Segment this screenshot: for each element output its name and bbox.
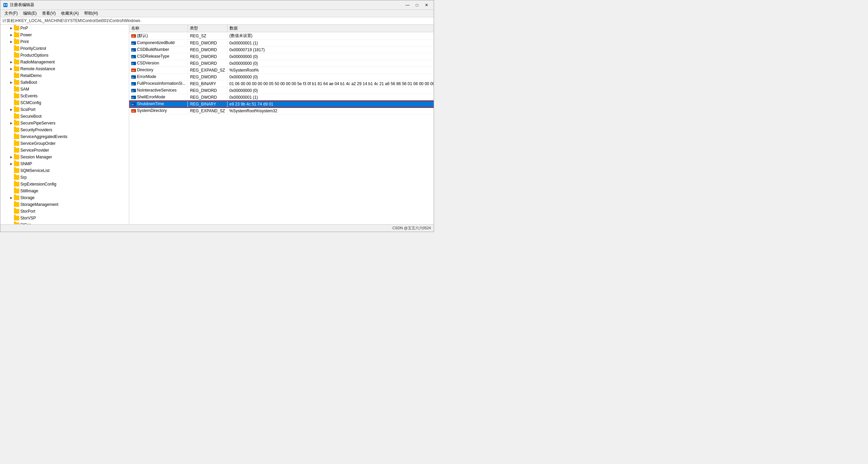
- folder-icon: [14, 114, 19, 119]
- reg-data-cell: 0x00000001 (1): [227, 40, 434, 46]
- table-row[interactable]: abCSDBuildNumberREG_DWORD0x00000719 (181…: [129, 46, 434, 53]
- menu-file[interactable]: 文件(F): [2, 10, 20, 17]
- minimize-button[interactable]: —: [403, 2, 412, 8]
- tree-item[interactable]: Srp: [0, 174, 129, 181]
- tree-item-label: SrpExtensionConfig: [20, 182, 56, 187]
- tree-expander[interactable]: ▶: [8, 80, 14, 85]
- reg-data-cell: 01 06 00 00 00 00 00 05 50 00 00 00 5e f…: [227, 80, 434, 87]
- table-row[interactable]: abDirectoryREG_EXPAND_SZ%SystemRoot%: [129, 67, 434, 74]
- tree-item[interactable]: ServiceGroupOrder: [0, 140, 129, 147]
- tree-item[interactable]: StorageManagement: [0, 201, 129, 208]
- reg-data-cell: 0x00000000 (0): [227, 87, 434, 94]
- tree-expander[interactable]: ▶: [8, 39, 14, 44]
- tree-item[interactable]: ▶Remote Assistance: [0, 65, 129, 72]
- table-row[interactable]: abComponentizedBuildREG_DWORD0x00000001 …: [129, 40, 434, 46]
- svg-text:ab: ab: [132, 110, 135, 112]
- tree-expander[interactable]: ▶: [8, 66, 14, 72]
- tree-item[interactable]: SQMServiceList: [0, 167, 129, 174]
- tree-expander[interactable]: ▶: [8, 107, 14, 112]
- svg-text:ab: ab: [132, 69, 135, 72]
- registry-pane[interactable]: 名称 类型 数据 ab(默认)REG_SZ(数值未设置)abComponenti…: [129, 25, 434, 224]
- tree-expander[interactable]: ▶: [8, 195, 14, 200]
- folder-icon: [14, 209, 19, 214]
- reg-type-icon: ab: [131, 81, 136, 86]
- tree-item[interactable]: RetailDemo: [0, 72, 129, 79]
- menu-help[interactable]: 帮助(H): [81, 10, 101, 17]
- folder-icon: [14, 46, 19, 51]
- reg-type-icon: ab: [131, 61, 136, 66]
- reg-name-cell: abCSDBuildNumber: [129, 46, 188, 53]
- tree-item-label: RetailDemo: [20, 73, 42, 78]
- folder-icon: [14, 155, 19, 159]
- main-content: ▶PnP▶Power▶Print PriorityControl Product…: [0, 25, 434, 224]
- tree-item[interactable]: StorPort: [0, 208, 129, 215]
- table-row[interactable]: abNoInteractiveServicesREG_DWORD0x000000…: [129, 87, 434, 94]
- folder-icon: [14, 87, 19, 92]
- maximize-button[interactable]: □: [413, 2, 421, 8]
- svg-rect-2: [4, 5, 5, 6]
- tree-item[interactable]: SCMConfig: [0, 99, 129, 106]
- tree-expander[interactable]: ▶: [8, 161, 14, 167]
- tree-expander: [8, 114, 14, 119]
- tree-item[interactable]: StorVSP: [0, 215, 129, 221]
- reg-name-cell: abCSDVersion: [129, 60, 188, 67]
- tree-item[interactable]: ▶Storage: [0, 194, 129, 201]
- folder-icon: [14, 189, 19, 193]
- col-type: 类型: [188, 25, 227, 32]
- tree-expander[interactable]: ▶: [8, 32, 14, 38]
- registry-table: 名称 类型 数据 ab(默认)REG_SZ(数值未设置)abComponenti…: [129, 25, 434, 114]
- tree-pane[interactable]: ▶PnP▶Power▶Print PriorityControl Product…: [0, 25, 129, 224]
- table-row[interactable]: abShutdownTimeREG_BINARYe9 23 9b 4c 51 7…: [129, 101, 434, 108]
- close-button[interactable]: ✕: [422, 2, 431, 8]
- tree-item[interactable]: StSec: [0, 221, 129, 224]
- tree-item-label: SecurePipeServers: [20, 121, 55, 125]
- tree-item[interactable]: SrpExtensionConfig: [0, 181, 129, 188]
- reg-type-cell: REG_DWORD: [188, 46, 227, 53]
- reg-type-icon: ab: [131, 95, 136, 100]
- reg-type-cell: REG_BINARY: [188, 101, 227, 108]
- reg-type-cell: REG_DWORD: [188, 60, 227, 67]
- tree-item[interactable]: ▶RadioManagement: [0, 59, 129, 65]
- table-row[interactable]: abErrorModeREG_DWORD0x00000000 (0): [129, 74, 434, 80]
- tree-item[interactable]: ServiceAggregatedEvents: [0, 133, 129, 140]
- tree-expander: [8, 53, 14, 58]
- tree-item-label: SNMP: [20, 161, 32, 166]
- menu-view[interactable]: 查看(V): [39, 10, 58, 17]
- reg-type-cell: REG_DWORD: [188, 40, 227, 46]
- table-row[interactable]: abCSDReleaseTypeREG_DWORD0x00000000 (0): [129, 53, 434, 60]
- reg-name-cell: abComponentizedBuild: [129, 40, 188, 46]
- reg-name-cell: abShellErrorMode: [129, 94, 188, 101]
- tree-item[interactable]: SecurityProviders: [0, 127, 129, 133]
- tree-expander: [8, 46, 14, 51]
- table-row[interactable]: abFullProcessInformationSl...REG_BINARY0…: [129, 80, 434, 87]
- tree-item[interactable]: ▶SNMP: [0, 160, 129, 167]
- reg-type-cell: REG_DWORD: [188, 74, 227, 80]
- tree-expander[interactable]: ▶: [8, 25, 14, 31]
- tree-item[interactable]: ServiceProvider: [0, 147, 129, 154]
- table-row[interactable]: abShellErrorModeREG_DWORD0x00000001 (1): [129, 94, 434, 101]
- tree-item[interactable]: PriorityControl: [0, 45, 129, 52]
- table-row[interactable]: abCSDVersionREG_DWORD0x00000000 (0): [129, 60, 434, 67]
- tree-item[interactable]: ▶SecurePipeServers: [0, 120, 129, 127]
- window-title: 注册表编辑器: [10, 2, 34, 8]
- tree-item[interactable]: ▶PnP: [0, 25, 129, 32]
- tree-item[interactable]: ▶ScsiPort: [0, 106, 129, 113]
- tree-item[interactable]: ProductOptions: [0, 52, 129, 59]
- tree-item[interactable]: SecureBoot: [0, 113, 129, 120]
- tree-item[interactable]: ▶Power: [0, 32, 129, 38]
- menu-edit[interactable]: 编辑(E): [20, 10, 39, 17]
- tree-expander[interactable]: ▶: [8, 154, 14, 160]
- tree-item[interactable]: ScEvents: [0, 93, 129, 99]
- tree-item[interactable]: ▶Print: [0, 38, 129, 45]
- tree-item[interactable]: StillImage: [0, 188, 129, 194]
- tree-expander[interactable]: ▶: [8, 120, 14, 126]
- tree-expander[interactable]: ▶: [8, 59, 14, 65]
- table-row[interactable]: abSystemDirectoryREG_EXPAND_SZ%SystemRoo…: [129, 108, 434, 114]
- tree-item[interactable]: ▶Session Manager: [0, 154, 129, 160]
- svg-rect-3: [6, 4, 7, 5]
- tree-item[interactable]: ▶SafeBoot: [0, 79, 129, 86]
- tree-item[interactable]: SAM: [0, 86, 129, 93]
- table-row[interactable]: ab(默认)REG_SZ(数值未设置): [129, 32, 434, 40]
- folder-icon: [14, 53, 19, 58]
- menu-favorites[interactable]: 收藏夹(A): [58, 10, 81, 17]
